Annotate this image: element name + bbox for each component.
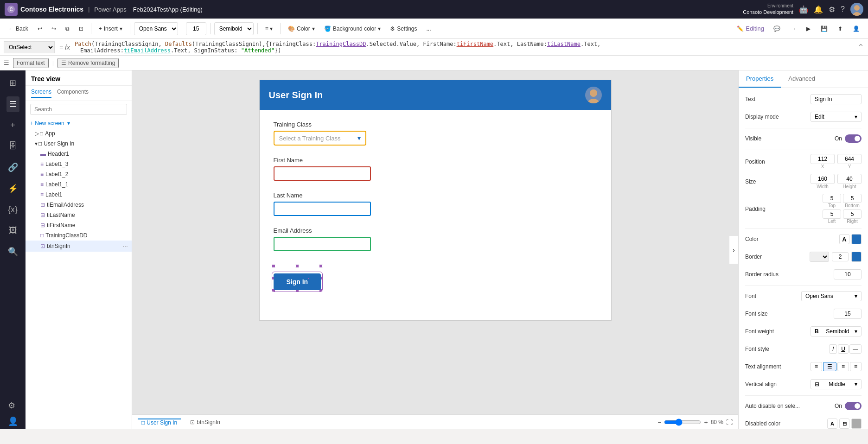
tree-item-header1[interactable]: ▬ Header1 [26,149,132,159]
disabled-color-a-swatch[interactable]: A [827,419,837,429]
sidebar-search-icon[interactable]: 🔍 [5,244,21,260]
disabled-color-icon-swatch[interactable]: ⊟ [839,419,849,429]
last-name-input[interactable] [274,202,371,216]
format-text-button[interactable]: Format text [13,58,49,68]
tab-components[interactable]: Components [57,89,89,98]
strikethrough-button[interactable]: — [849,344,862,354]
tree-item-btnSignIn[interactable]: ⊡ btnSignIn ··· [26,241,132,252]
tab-screens[interactable]: Screens [31,89,51,98]
vertical-align-select[interactable]: ⊟ Middle ▾ [811,379,862,389]
email-input[interactable] [274,237,371,251]
help-icon[interactable]: ? [841,5,845,13]
disabled-color-fill-swatch[interactable] [851,419,862,429]
save-button[interactable]: 💾 [817,24,831,34]
tree-item-tiFirstName[interactable]: ⊟ tiFirstName [26,220,132,230]
border-color-swatch[interactable] [851,252,862,262]
position-x-input[interactable] [811,154,835,164]
new-screen-button[interactable]: + New screen [30,120,64,127]
user-mgmt-button[interactable]: 👤 [849,24,863,34]
color-a-swatch[interactable]: A [839,234,849,244]
copy-button[interactable]: ⧉ [62,24,73,34]
new-screen-dropdown-icon[interactable]: ▾ [67,120,70,127]
tree-search-input[interactable] [30,104,127,115]
paste-button[interactable]: ⊡ [75,24,87,34]
tree-item-label1[interactable]: ≡ Label1 [26,190,132,200]
formula-expand-button[interactable]: ⌃ [857,42,864,52]
tree-item-tiLastName[interactable]: ⊟ tiLastName [26,210,132,220]
align-button[interactable]: ≡ ▾ [262,24,276,34]
redo-button[interactable]: ↪ [48,24,60,34]
font-weight-select[interactable]: Semibold [214,22,254,35]
settings-button[interactable]: ⚙ Settings [386,24,421,34]
back-button[interactable]: ← Back [5,24,32,34]
canvas-tab-user-sign-in[interactable]: □ User Sign In [138,419,181,426]
padding-right-input[interactable] [843,209,862,219]
border-style-select[interactable]: — [810,252,829,262]
undo-button[interactable]: ↩ [34,24,46,34]
sidebar-home-icon[interactable]: ⊞ [6,75,19,91]
canvas-tab-btnSignIn[interactable]: ⊡ btnSignIn [186,419,224,425]
tree-item-TrainingClassDD[interactable]: □ TrainingClassDD [26,230,132,241]
zoom-in-button[interactable]: + [704,419,708,426]
font-select[interactable]: Open Sans ▾ [801,291,862,301]
tab-advanced[interactable]: Advanced [781,70,823,88]
publish-button[interactable]: ⬆ [834,24,846,34]
sidebar-flows-icon[interactable]: ⚡ [5,181,21,197]
user-avatar[interactable] [850,3,863,16]
sidebar-variables-icon[interactable]: {x} [5,202,20,217]
training-class-dropdown[interactable]: Select a Training Class ▾ [274,131,366,146]
formula-content[interactable]: Patch(TrainingClassSignIn, Defaults(Trai… [75,41,855,54]
bg-color-button[interactable]: 🪣 Background color ▾ [320,24,384,34]
scroll-right-indicator[interactable]: › [729,236,738,264]
align-left-button[interactable]: ≡ [811,362,822,371]
tree-item-tiEmailAddress[interactable]: ⊟ tiEmailAddress [26,200,132,210]
size-height-input[interactable] [837,174,862,184]
color-fill-swatch[interactable] [851,234,862,244]
play-button[interactable]: ▶ [803,24,814,34]
sidebar-connections-icon[interactable]: 🔗 [5,159,21,175]
zoom-fit-button[interactable]: ⛶ [726,419,733,426]
settings-icon[interactable]: ⚙ [829,5,835,14]
font-family-select[interactable]: Open Sans [134,22,178,35]
tree-item-label1-3[interactable]: ≡ Label1_3 [26,159,132,169]
sidebar-settings-bottom-icon[interactable]: ⚙ [5,398,21,413]
sidebar-account-icon[interactable]: 👤 [5,413,21,429]
padding-bottom-input[interactable] [843,194,862,203]
size-width-input[interactable] [811,174,835,184]
remove-formatting-button[interactable]: ☰ Remove formatting [57,58,119,68]
more-button[interactable]: ... [423,24,435,34]
tree-item-app[interactable]: ▷ □ App [26,128,132,139]
tree-item-user-sign-in[interactable]: ▾ □ User Sign In [26,139,132,149]
border-width-input[interactable] [832,252,849,261]
arrow-button[interactable]: → [787,24,800,34]
text-prop-value[interactable]: Sign In [811,94,862,104]
sign-in-button[interactable]: Sign In [274,273,321,290]
padding-left-input[interactable] [823,209,841,219]
zoom-slider[interactable] [664,419,701,426]
copilot-icon[interactable]: 🤖 [799,5,808,14]
first-name-input[interactable] [274,166,371,181]
align-justify-button[interactable]: ≡ [850,362,862,371]
tree-item-more-icon[interactable]: ··· [122,242,128,250]
tree-item-label1-2[interactable]: ≡ Label1_2 [26,169,132,179]
sidebar-media-icon[interactable]: 🖼 [6,223,20,238]
font-size-input[interactable] [186,22,206,35]
tab-properties[interactable]: Properties [739,70,781,88]
position-y-input[interactable] [837,154,862,164]
sidebar-insert-icon[interactable]: + [7,118,18,133]
color-button[interactable]: 🎨 Color ▾ [284,24,319,34]
border-radius-input[interactable] [834,269,862,279]
display-mode-value[interactable]: Edit ▾ [811,112,862,122]
insert-button[interactable]: + Insert ▾ [95,24,126,34]
sidebar-data-icon[interactable]: 🗄 [6,139,20,154]
underline-button[interactable]: U [838,344,849,354]
font-size-prop-input[interactable] [834,309,862,319]
italic-button[interactable]: I [829,344,837,354]
auto-disable-toggle[interactable] [845,402,862,410]
font-weight-select[interactable]: B Semibold ▾ [811,326,862,336]
sidebar-treeview-icon[interactable]: ☰ [6,96,19,112]
tree-item-label1-1[interactable]: ≡ Label1_1 [26,179,132,190]
align-center-button[interactable]: ☰ [823,362,836,371]
notification-icon[interactable]: 🔔 [814,5,823,14]
visible-toggle[interactable] [845,134,862,143]
